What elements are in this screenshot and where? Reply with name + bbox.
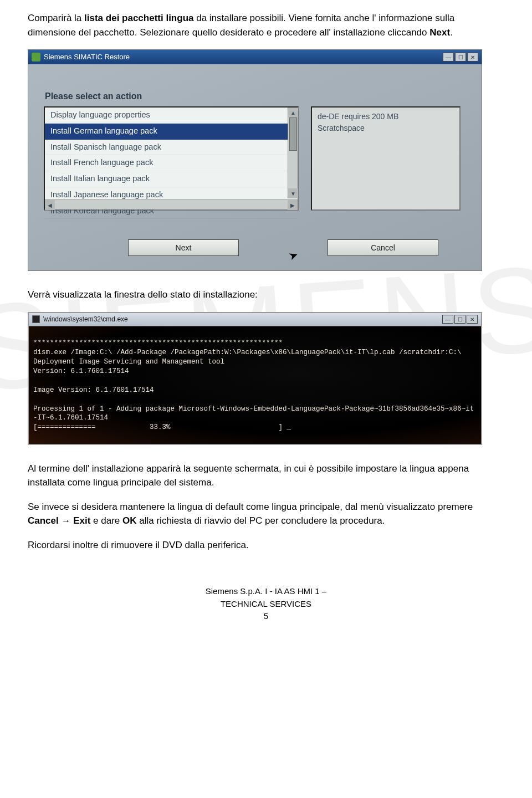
horizontal-scrollbar[interactable]: ◀ ▶ xyxy=(45,200,298,209)
minimize-button[interactable]: — xyxy=(442,315,453,324)
close-button[interactable]: ✕ xyxy=(467,315,478,324)
mouse-cursor-icon: ➤ xyxy=(286,246,300,265)
bold-text: OK xyxy=(122,515,137,526)
page-footer: Siemens S.p.A. I - IA AS HMI 1 – TECHNIC… xyxy=(28,585,504,623)
window-title: Siemens SIMATIC Restore xyxy=(44,52,130,63)
list-item[interactable]: Display language properties xyxy=(45,108,298,124)
text: Se invece si desidera mantenere la lingu… xyxy=(28,502,473,512)
close-button[interactable]: ✕ xyxy=(467,53,478,62)
cmd-title-text: \windows\system32\cmd.exe xyxy=(43,314,128,324)
list-item[interactable]: Install Spanisch language pack xyxy=(45,140,298,156)
scroll-right-icon[interactable]: ▶ xyxy=(288,200,298,210)
arrow-icon: → xyxy=(59,515,73,526)
titlebar: Siemens SIMATIC Restore — ☐ ✕ xyxy=(28,50,482,64)
scroll-thumb[interactable] xyxy=(289,117,297,151)
footer-line: TECHNICAL SERVICES xyxy=(28,598,504,611)
text: Comparirà la xyxy=(28,13,84,23)
cmd-line: Version: 6.1.7601.17514 xyxy=(33,367,129,375)
scroll-down-icon[interactable]: ▼ xyxy=(288,188,298,198)
text: e dare xyxy=(90,515,122,526)
cmd-icon xyxy=(32,315,40,323)
maximize-button[interactable]: ☐ xyxy=(455,53,466,62)
cmd-line: Deployment Image Servicing and Managemen… xyxy=(33,358,224,366)
post-install-paragraph: Al termine dell' installazione apparirà … xyxy=(28,462,504,490)
status-window-intro: Verrà visualizzata la finestra dello sta… xyxy=(28,288,504,302)
select-action-label: Please select an action xyxy=(45,90,142,103)
next-button[interactable]: Next xyxy=(128,239,239,256)
restore-dialog-screenshot: Siemens SIMATIC Restore — ☐ ✕ Please sel… xyxy=(28,49,482,271)
text: alla richiesta di riavvio del PC per con… xyxy=(137,515,385,526)
cmd-line: Image Version: 6.1.7601.17514 xyxy=(33,386,154,394)
app-icon xyxy=(32,53,40,62)
bold-text: Next xyxy=(429,27,450,38)
vertical-scrollbar[interactable]: ▲ ▼ xyxy=(288,108,298,198)
cmd-window-screenshot: \windows\system32\cmd.exe — ☐ ✕ ********… xyxy=(28,312,482,445)
footer-line: Siemens S.p.A. I - IA AS HMI 1 – xyxy=(28,585,504,598)
info-panel: de-DE requires 200 MB Scratchspace xyxy=(311,106,461,211)
page-number: 5 xyxy=(28,610,504,623)
cmd-titlebar: \windows\system32\cmd.exe — ☐ ✕ xyxy=(29,313,481,326)
intro-paragraph: Comparirà la lista dei pacchetti lingua … xyxy=(28,11,504,39)
cmd-progress-line: [============== 33.3% ] _ xyxy=(33,423,291,431)
scroll-up-icon[interactable]: ▲ xyxy=(288,108,298,117)
list-item[interactable]: Install French language pack xyxy=(45,155,298,171)
list-item[interactable]: Install Italian language pack xyxy=(45,171,298,187)
info-line: Scratchspace xyxy=(318,122,454,134)
minimize-button[interactable]: — xyxy=(443,53,454,62)
remove-dvd-paragraph: Ricordarsi inoltre di rimuovere il DVD d… xyxy=(28,538,504,553)
cmd-line: ****************************************… xyxy=(33,339,283,347)
bold-text: Exit xyxy=(73,515,90,526)
scroll-left-icon[interactable]: ◀ xyxy=(45,200,55,210)
action-listbox[interactable]: Display language properties Install Germ… xyxy=(44,106,299,211)
text: . xyxy=(450,27,453,38)
bold-text: Cancel xyxy=(28,515,59,526)
cmd-line: dism.exe /Image:C:\ /Add-Package /Packag… xyxy=(33,349,462,356)
cmd-line: Processing 1 of 1 - Adding package Micro… xyxy=(33,405,474,422)
list-item-selected[interactable]: Install German language pack xyxy=(45,124,298,140)
maximize-button[interactable]: ☐ xyxy=(454,315,466,324)
bold-text: lista dei pacchetti lingua xyxy=(84,13,193,23)
info-line: de-DE requires 200 MB xyxy=(318,111,454,122)
cmd-output: ****************************************… xyxy=(29,326,481,444)
cancel-exit-paragraph: Se invece si desidera mantenere la lingu… xyxy=(28,500,504,528)
cancel-button[interactable]: Cancel xyxy=(328,239,438,256)
